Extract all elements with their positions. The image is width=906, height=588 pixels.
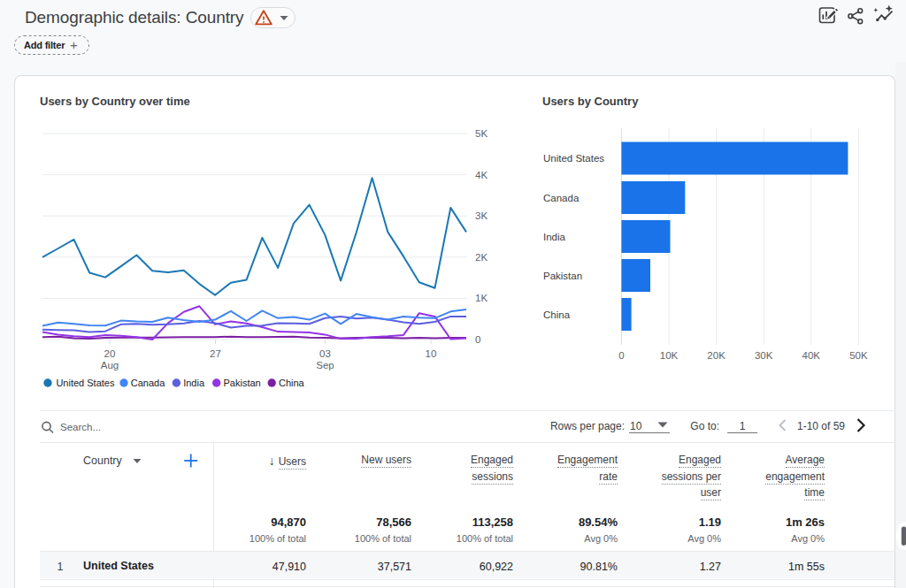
svg-text:China: China bbox=[543, 309, 571, 320]
svg-text:10K: 10K bbox=[660, 350, 679, 361]
svg-text:Sep: Sep bbox=[316, 360, 334, 370]
svg-text:50K: 50K bbox=[849, 350, 868, 361]
svg-text:40K: 40K bbox=[802, 350, 821, 361]
svg-text:3K: 3K bbox=[475, 210, 488, 221]
svg-text:United States: United States bbox=[543, 153, 604, 164]
svg-text:2K: 2K bbox=[475, 252, 488, 263]
svg-text:Pakistan: Pakistan bbox=[224, 378, 261, 388]
svg-text:Pakistan: Pakistan bbox=[543, 271, 582, 281]
svg-text:0: 0 bbox=[475, 334, 480, 345]
svg-text:4K: 4K bbox=[475, 170, 488, 180]
svg-text:Canada: Canada bbox=[131, 378, 165, 388]
svg-text:30K: 30K bbox=[755, 350, 773, 361]
svg-text:5K: 5K bbox=[475, 128, 488, 139]
svg-text:India: India bbox=[183, 378, 205, 388]
svg-text:Aug: Aug bbox=[101, 360, 119, 370]
svg-text:United States: United States bbox=[56, 378, 115, 388]
svg-text:1K: 1K bbox=[475, 293, 488, 303]
svg-text:Canada: Canada bbox=[543, 193, 580, 203]
svg-text:0: 0 bbox=[618, 350, 624, 361]
svg-text:10: 10 bbox=[426, 348, 437, 359]
svg-text:27: 27 bbox=[210, 348, 221, 359]
svg-text:03: 03 bbox=[319, 348, 331, 359]
svg-text:20K: 20K bbox=[707, 350, 726, 361]
svg-text:India: India bbox=[543, 232, 566, 242]
svg-text:20: 20 bbox=[104, 348, 116, 359]
svg-text:China: China bbox=[279, 378, 305, 388]
